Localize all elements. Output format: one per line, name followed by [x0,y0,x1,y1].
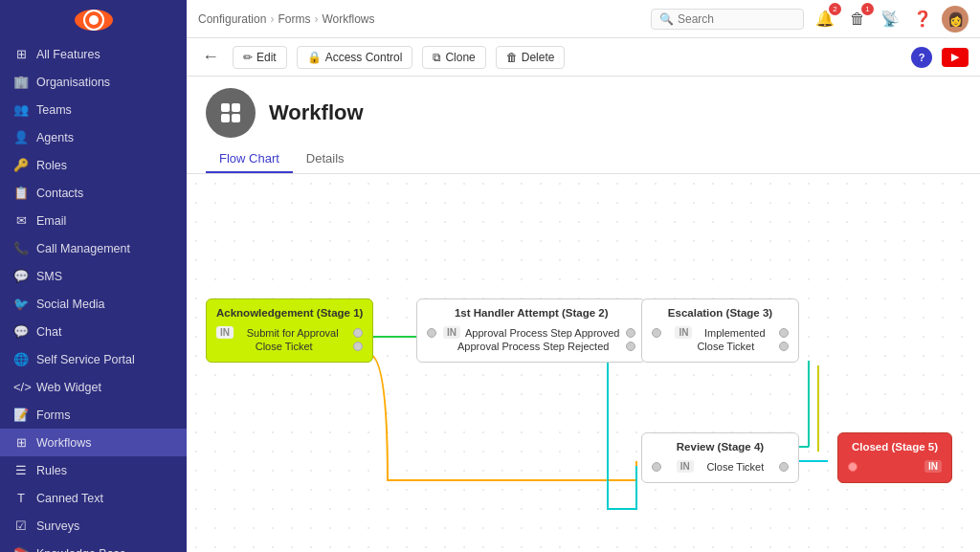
agents-icon: 👤 [13,130,29,144]
clipboard-badge: 1 [861,3,874,15]
stage-node-2[interactable]: 1st Handler Attempt (Stage 2) IN Approva… [416,298,646,363]
portal-icon: 🌐 [13,352,29,366]
edit-button[interactable]: ✏ Edit [233,46,287,69]
stage4-dot-in [652,462,661,472]
stage1-action2: Close Ticket [256,341,313,352]
access-control-button[interactable]: 🔒 Access Control [297,46,413,69]
sidebar-item-label: Web Widget [36,381,101,394]
page-title: Workflow [269,100,364,125]
stage2-dot2 [626,342,635,351]
sidebar-item-sms[interactable]: 💬 SMS [0,262,187,290]
topbar-right: 🔔 2 🗑 1 📡 ❓ 👩 [812,6,969,33]
sidebar-item-web-widget[interactable]: </> Web Widget [0,373,187,401]
sidebar-item-organisations[interactable]: 🏢 Organisations [0,68,187,96]
teams-icon: 👥 [13,102,29,117]
lock-icon: 🔒 [307,51,322,64]
sidebar-item-rules[interactable]: ☰ Rules [0,456,187,484]
main-content: Configuration › Forms › Workflows 🔍 🔔 2 … [187,0,980,552]
sidebar-item-contacts[interactable]: 📋 Contacts [0,179,187,207]
sidebar-item-roles[interactable]: 🔑 Roles [0,151,187,179]
canned-icon: T [13,491,29,505]
delete-label: Delete [522,51,555,64]
page-icon [206,88,256,138]
delete-button[interactable]: 🗑 Delete [496,46,566,69]
stage4-title: Review (Stage 4) [652,441,789,453]
stage2-dot-in [427,328,436,338]
youtube-button[interactable]: ▶ [942,48,969,67]
phone-icon: 📞 [13,241,29,255]
edit-label: Edit [256,51,277,64]
sidebar-item-label: Contacts [36,187,83,200]
stage1-in-label: IN [216,326,234,339]
stage3-dot-in [652,328,661,338]
sidebar-item-email[interactable]: ✉ Email [0,207,187,234]
breadcrumb-sep1: › [270,12,274,26]
connector-lines [206,212,971,552]
stage3-action2: Close Ticket [697,341,754,352]
flow-area[interactable]: Acknowledgement (Stage 1) IN Submit for … [187,174,980,552]
stage2-title: 1st Handler Attempt (Stage 2) [427,307,635,319]
rules-icon: ☰ [13,463,29,477]
stage3-row-in: IN Implemented [652,326,789,339]
sidebar-item-knowledge-base[interactable]: 📚 Knowledge Base [0,540,187,552]
delete-icon: 🗑 [506,51,518,64]
help-icon[interactable]: ❓ [909,6,936,33]
sidebar-item-chat[interactable]: 💬 Chat [0,318,187,345]
sidebar-item-all-features[interactable]: ⊞ All Features [0,40,187,68]
sidebar-item-surveys[interactable]: ☑ Surveys [0,512,187,540]
sidebar-item-self-service[interactable]: 🌐 Self Service Portal [0,345,187,373]
kb-icon: 📚 [13,546,29,552]
sidebar-item-teams[interactable]: 👥 Teams [0,96,187,123]
sidebar-item-workflows[interactable]: ⊞ Workflows [0,429,187,456]
rss-icon[interactable]: 📡 [877,6,903,33]
email-icon: ✉ [13,213,29,228]
breadcrumb-sep2: › [314,12,318,26]
notification-bell[interactable]: 🔔 2 [812,6,838,33]
clone-icon: ⧉ [433,51,441,64]
search-box[interactable]: 🔍 [651,9,804,30]
grid-icon: ⊞ [13,47,29,61]
stage1-title: Acknowledgement (Stage 1) [216,307,363,319]
breadcrumb-config[interactable]: Configuration [198,12,266,26]
help-button[interactable]: ? [911,47,932,68]
sidebar-item-label: Chat [36,325,61,339]
stage-node-5[interactable]: Closed (Stage 5) IN [837,432,952,483]
stage-node-4[interactable]: Review (Stage 4) IN Close Ticket [641,432,799,483]
breadcrumb-forms[interactable]: Forms [278,12,310,26]
stage4-dot1 [779,462,789,472]
widget-icon: </> [13,380,29,394]
toolbar: ← ✏ Edit 🔒 Access Control ⧉ Clone 🗑 Dele… [187,38,980,77]
search-icon: 🔍 [659,12,674,26]
clone-label: Clone [445,51,475,64]
sidebar-item-social-media[interactable]: 🐦 Social Media [0,290,187,318]
svg-rect-4 [221,114,230,122]
notification-badge: 2 [829,3,841,15]
clipboard-icon[interactable]: 🗑 1 [844,6,871,33]
breadcrumb: Configuration › Forms › Workflows [198,12,643,26]
stage2-row-in: IN Approval Process Step Approved [427,326,635,339]
sidebar-item-canned-text[interactable]: T Canned Text [0,484,187,512]
sidebar-item-forms[interactable]: 📝 Forms [0,401,187,429]
tab-details[interactable]: Details [293,145,358,173]
sidebar: ⊞ All Features 🏢 Organisations 👥 Teams 👤… [0,0,187,552]
back-button[interactable]: ← [198,47,223,67]
sidebar-item-label: Forms [36,408,70,422]
stage5-row-in: IN [848,460,942,473]
sidebar-item-call-management[interactable]: 📞 Call Management [0,234,187,262]
stage3-in-label: IN [675,326,692,339]
breadcrumb-workflows[interactable]: Workflows [322,12,374,26]
sidebar-item-label: Roles [36,159,67,172]
clone-button[interactable]: ⧉ Clone [422,46,485,69]
svg-rect-3 [232,103,240,112]
search-input[interactable] [678,12,792,26]
sidebar-logo[interactable] [75,10,113,31]
stage1-dot2 [353,342,363,351]
sidebar-item-agents[interactable]: 👤 Agents [0,123,187,151]
social-icon: 🐦 [13,297,29,311]
avatar[interactable]: 👩 [942,6,969,33]
tab-flow-chart[interactable]: Flow Chart [206,145,293,173]
stage-node-3[interactable]: Escalation (Stage 3) IN Implemented Clos… [641,298,799,363]
contacts-icon: 📋 [13,186,29,200]
stage-node-1[interactable]: Acknowledgement (Stage 1) IN Submit for … [206,298,373,363]
sidebar-item-label: Teams [36,103,72,117]
